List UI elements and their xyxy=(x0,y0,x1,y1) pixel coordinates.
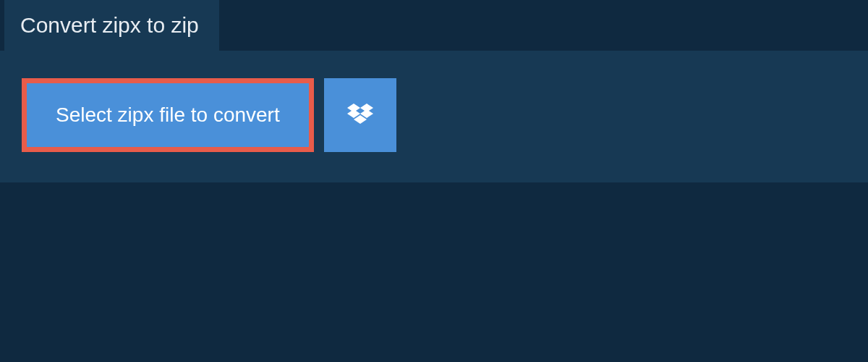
select-file-label: Select zipx file to convert xyxy=(56,104,280,127)
button-row: Select zipx file to convert xyxy=(22,78,846,152)
dropbox-button[interactable] xyxy=(324,78,396,152)
tab-title: Convert zipx to zip xyxy=(20,13,199,37)
select-file-button[interactable]: Select zipx file to convert xyxy=(22,78,314,152)
conversion-panel: Select zipx file to convert xyxy=(0,51,868,182)
dropbox-icon xyxy=(347,104,373,127)
tab-header: Convert zipx to zip xyxy=(4,0,219,51)
